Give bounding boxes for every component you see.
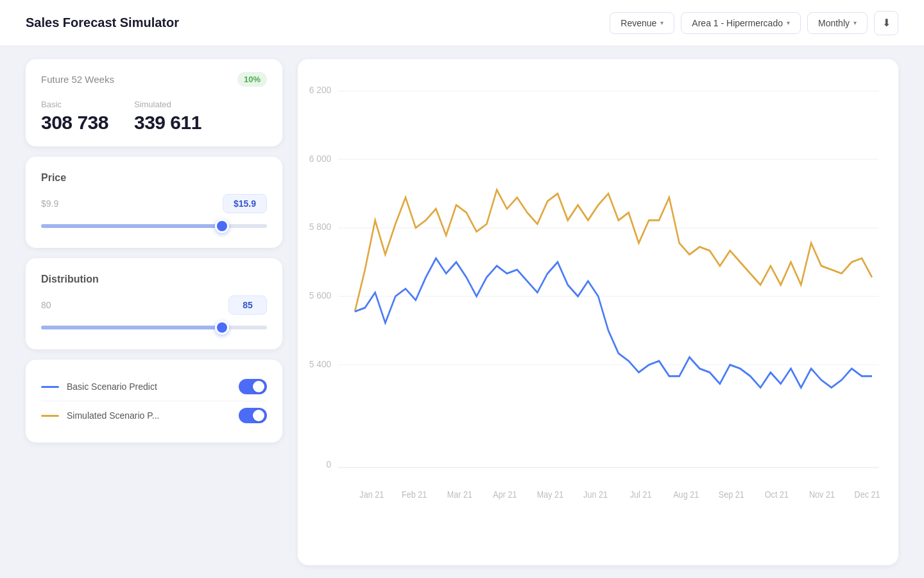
simulated-toggle-knob bbox=[253, 410, 264, 421]
svg-text:5 400: 5 400 bbox=[309, 358, 331, 369]
svg-text:5 600: 5 600 bbox=[309, 290, 331, 301]
chevron-down-icon: ▾ bbox=[660, 19, 663, 26]
left-panel: Future 52 Weeks 10% Basic 308 738 Simula… bbox=[26, 59, 282, 565]
basic-value: 308 738 bbox=[41, 112, 108, 134]
forecast-title: Future 52 Weeks bbox=[41, 74, 114, 85]
forecast-badge: 10% bbox=[237, 72, 267, 87]
legend-section: Basic Scenario Predict Simulated Scenari… bbox=[26, 360, 282, 442]
svg-text:Mar 21: Mar 21 bbox=[447, 490, 472, 500]
download-button[interactable]: ⬇ bbox=[874, 11, 898, 35]
area-label: Area 1 - Hipermercado bbox=[692, 18, 783, 28]
distribution-min: 80 bbox=[41, 300, 51, 310]
svg-text:Sep 21: Sep 21 bbox=[719, 490, 744, 500]
basic-line-icon bbox=[41, 386, 59, 388]
area-dropdown[interactable]: Area 1 - Hipermercado ▾ bbox=[681, 12, 801, 34]
svg-text:Feb 21: Feb 21 bbox=[402, 490, 427, 500]
distribution-value: 85 bbox=[228, 295, 267, 315]
distribution-card: Distribution 80 85 bbox=[26, 258, 282, 349]
svg-text:Apr 21: Apr 21 bbox=[493, 490, 517, 500]
simulated-value: 339 611 bbox=[134, 112, 201, 134]
download-icon: ⬇ bbox=[882, 17, 891, 29]
price-value: $15.9 bbox=[223, 194, 267, 213]
chevron-down-icon: ▾ bbox=[787, 19, 790, 26]
distribution-slider-thumb[interactable] bbox=[215, 320, 229, 335]
svg-text:Jun 21: Jun 21 bbox=[583, 490, 608, 500]
svg-text:Dec 21: Dec 21 bbox=[855, 490, 880, 500]
basic-line bbox=[355, 258, 872, 387]
revenue-dropdown[interactable]: Revenue ▾ bbox=[610, 12, 674, 34]
simulated-line bbox=[355, 190, 872, 312]
chevron-down-icon: ▾ bbox=[853, 19, 857, 26]
svg-text:May 21: May 21 bbox=[537, 490, 563, 500]
svg-text:5 800: 5 800 bbox=[309, 222, 331, 232]
svg-text:6 000: 6 000 bbox=[309, 153, 331, 164]
simulated-line-icon bbox=[41, 415, 59, 417]
simulated-label: Simulated bbox=[134, 100, 201, 109]
chart-area: 6 200 6 000 5 800 5 600 5 400 0 Jan 21 F… bbox=[298, 59, 898, 565]
distribution-slider[interactable] bbox=[41, 321, 267, 334]
svg-text:6 200: 6 200 bbox=[309, 84, 331, 95]
legend-item-simulated: Simulated Scenario P... bbox=[41, 401, 267, 430]
svg-text:Jan 21: Jan 21 bbox=[359, 490, 384, 500]
price-card: Price $9.9 $15.9 bbox=[26, 157, 282, 248]
svg-text:Oct 21: Oct 21 bbox=[765, 490, 789, 500]
basic-legend-label: Basic Scenario Predict bbox=[67, 381, 157, 392]
forecast-card: Future 52 Weeks 10% Basic 308 738 Simula… bbox=[26, 59, 282, 146]
svg-text:Nov 21: Nov 21 bbox=[809, 490, 835, 500]
price-slider-thumb[interactable] bbox=[215, 219, 229, 233]
price-min: $9.9 bbox=[41, 198, 58, 209]
basic-col: Basic 308 738 bbox=[41, 100, 108, 134]
svg-text:Jul 21: Jul 21 bbox=[630, 490, 652, 500]
distribution-title: Distribution bbox=[41, 274, 267, 285]
legend-item-basic: Basic Scenario Predict bbox=[41, 372, 267, 401]
simulated-col: Simulated 339 611 bbox=[134, 100, 201, 134]
main-chart: 6 200 6 000 5 800 5 600 5 400 0 Jan 21 F… bbox=[304, 72, 886, 559]
basic-toggle-knob bbox=[253, 381, 264, 392]
svg-text:Aug 21: Aug 21 bbox=[673, 490, 699, 500]
basic-toggle[interactable] bbox=[239, 379, 267, 394]
svg-text:0: 0 bbox=[327, 459, 332, 469]
simulated-toggle[interactable] bbox=[239, 408, 267, 423]
price-title: Price bbox=[41, 172, 267, 184]
monthly-dropdown[interactable]: Monthly ▾ bbox=[807, 12, 868, 34]
simulated-legend-label: Simulated Scenario P... bbox=[67, 410, 160, 421]
app-title: Sales Forecast Simulator bbox=[26, 15, 179, 30]
revenue-label: Revenue bbox=[620, 18, 656, 28]
monthly-label: Monthly bbox=[818, 18, 850, 28]
basic-label: Basic bbox=[41, 100, 108, 109]
header-controls: Revenue ▾ Area 1 - Hipermercado ▾ Monthl… bbox=[610, 11, 898, 35]
price-slider[interactable] bbox=[41, 220, 267, 232]
